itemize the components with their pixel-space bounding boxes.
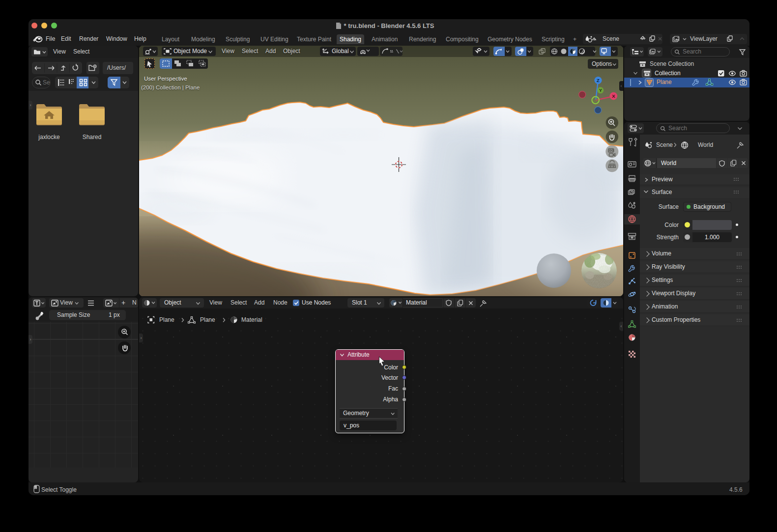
svg-text:X: X bbox=[612, 93, 615, 99]
svg-text:Y: Y bbox=[599, 87, 603, 93]
svg-text:Z: Z bbox=[597, 78, 600, 83]
